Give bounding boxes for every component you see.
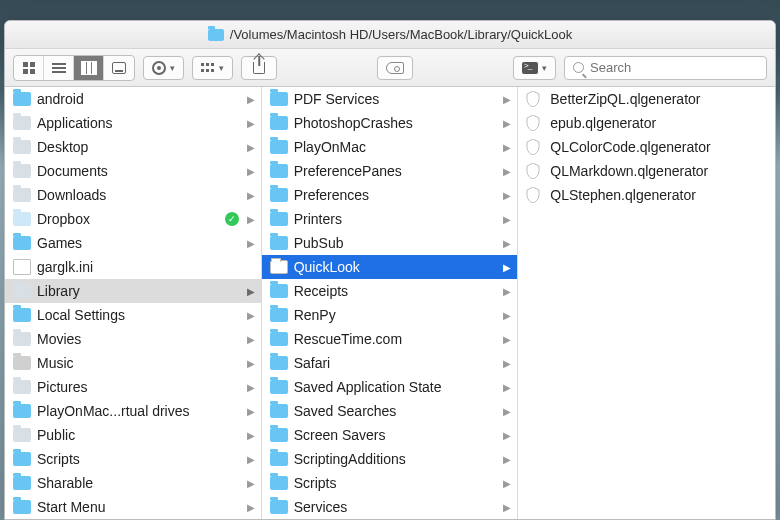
list-item[interactable]: Movies▶ — [5, 327, 261, 351]
disclosure-arrow-icon: ▶ — [503, 382, 511, 393]
folder-icon — [270, 476, 288, 490]
chevron-down-icon: ▾ — [170, 63, 175, 73]
item-label: Preferences — [294, 187, 498, 203]
list-item[interactable]: PubSub▶ — [262, 231, 518, 255]
list-item[interactable]: Screen Savers▶ — [262, 423, 518, 447]
item-label: epub.qlgenerator — [550, 115, 769, 131]
item-label: Scripts — [294, 475, 498, 491]
list-item[interactable]: Printers▶ — [262, 207, 518, 231]
share-button[interactable] — [241, 56, 277, 80]
search-icon — [573, 62, 584, 73]
folder-icon — [270, 116, 288, 130]
disclosure-arrow-icon: ▶ — [247, 118, 255, 129]
column[interactable]: android▶Applications▶Desktop▶Documents▶D… — [5, 87, 262, 519]
chevron-down-icon: ▾ — [542, 63, 547, 73]
terminal-icon — [522, 62, 538, 74]
folder-icon — [13, 380, 31, 394]
arrange-menu-button[interactable]: ▾ — [192, 56, 233, 80]
list-item[interactable]: ScriptingAdditions▶ — [262, 447, 518, 471]
folder-icon — [270, 380, 288, 394]
list-item[interactable]: Services▶ — [262, 495, 518, 519]
list-item[interactable]: Start Menu▶ — [5, 495, 261, 519]
folder-icon — [270, 308, 288, 322]
list-item[interactable]: Saved Application State▶ — [262, 375, 518, 399]
list-item[interactable]: RenPy▶ — [262, 303, 518, 327]
folder-icon — [270, 500, 288, 514]
list-item[interactable]: Scripts▶ — [262, 471, 518, 495]
tags-button[interactable] — [377, 56, 413, 80]
disclosure-arrow-icon: ▶ — [503, 238, 511, 249]
folder-icon — [13, 188, 31, 202]
qlgenerator-icon — [526, 163, 544, 179]
list-item[interactable]: Desktop▶ — [5, 135, 261, 159]
item-label: PhotoshopCrashes — [294, 115, 498, 131]
disclosure-arrow-icon: ▶ — [247, 358, 255, 369]
folder-icon — [13, 236, 31, 250]
arrange-icon — [201, 63, 215, 73]
list-item[interactable]: Sharable▶ — [5, 471, 261, 495]
path-menu-button[interactable]: ▾ — [513, 56, 556, 80]
item-label: Library — [37, 283, 241, 299]
list-item[interactable]: android▶ — [5, 87, 261, 111]
list-item[interactable]: QuickLook▶ — [262, 255, 518, 279]
list-item[interactable]: BetterZipQL.qlgenerator — [518, 87, 775, 111]
list-item[interactable]: RescueTime.com▶ — [262, 327, 518, 351]
search-field[interactable] — [564, 56, 767, 80]
item-label: Saved Application State — [294, 379, 498, 395]
list-item[interactable]: Games▶ — [5, 231, 261, 255]
folder-icon — [270, 164, 288, 178]
disclosure-arrow-icon: ▶ — [503, 286, 511, 297]
list-item[interactable]: Documents▶ — [5, 159, 261, 183]
column-view-button[interactable] — [74, 56, 104, 80]
list-item[interactable]: Pictures▶ — [5, 375, 261, 399]
list-item[interactable]: Receipts▶ — [262, 279, 518, 303]
folder-icon — [13, 452, 31, 466]
list-view-button[interactable] — [44, 56, 74, 80]
list-item[interactable]: Safari▶ — [262, 351, 518, 375]
list-item[interactable]: Music▶ — [5, 351, 261, 375]
list-item[interactable]: PhotoshopCrashes▶ — [262, 111, 518, 135]
item-label: garglk.ini — [37, 259, 255, 275]
list-item[interactable]: PlayOnMac...rtual drives▶ — [5, 399, 261, 423]
list-item[interactable]: Public▶ — [5, 423, 261, 447]
qlgenerator-icon — [526, 139, 544, 155]
list-item[interactable]: Saved Searches▶ — [262, 399, 518, 423]
qlgenerator-icon — [526, 187, 544, 203]
list-item[interactable]: Dropbox✓▶ — [5, 207, 261, 231]
disclosure-arrow-icon: ▶ — [247, 238, 255, 249]
icon-view-button[interactable] — [14, 56, 44, 80]
item-label: Safari — [294, 355, 498, 371]
item-label: PDF Services — [294, 91, 498, 107]
item-label: RenPy — [294, 307, 498, 323]
item-label: Pictures — [37, 379, 241, 395]
item-label: Public — [37, 427, 241, 443]
list-item[interactable]: QLMarkdown.qlgenerator — [518, 159, 775, 183]
list-item[interactable]: PreferencePanes▶ — [262, 159, 518, 183]
column[interactable]: PDF Services▶PhotoshopCrashes▶PlayOnMac▶… — [262, 87, 519, 519]
list-item[interactable]: Scripts▶ — [5, 447, 261, 471]
list-item[interactable]: Library▶ — [5, 279, 261, 303]
folder-icon — [13, 92, 31, 106]
list-item[interactable]: garglk.ini — [5, 255, 261, 279]
item-label: Screen Savers — [294, 427, 498, 443]
list-item[interactable]: epub.qlgenerator — [518, 111, 775, 135]
search-input[interactable] — [590, 60, 758, 75]
list-item[interactable]: QLStephen.qlgenerator — [518, 183, 775, 207]
gallery-icon — [112, 62, 126, 74]
list-item[interactable]: Downloads▶ — [5, 183, 261, 207]
list-item[interactable]: Preferences▶ — [262, 183, 518, 207]
action-menu-button[interactable]: ▾ — [143, 56, 184, 80]
disclosure-arrow-icon: ▶ — [503, 262, 511, 273]
column[interactable]: BetterZipQL.qlgeneratorepub.qlgeneratorQ… — [518, 87, 775, 519]
list-item[interactable]: QLColorCode.qlgenerator — [518, 135, 775, 159]
item-label: QLStephen.qlgenerator — [550, 187, 769, 203]
gallery-view-button[interactable] — [104, 56, 134, 80]
list-item[interactable]: Applications▶ — [5, 111, 261, 135]
item-label: BetterZipQL.qlgenerator — [550, 91, 769, 107]
folder-icon — [13, 500, 31, 514]
view-switcher — [13, 55, 135, 81]
list-item[interactable]: PlayOnMac▶ — [262, 135, 518, 159]
list-item[interactable]: PDF Services▶ — [262, 87, 518, 111]
list-item[interactable]: Local Settings▶ — [5, 303, 261, 327]
disclosure-arrow-icon: ▶ — [247, 142, 255, 153]
